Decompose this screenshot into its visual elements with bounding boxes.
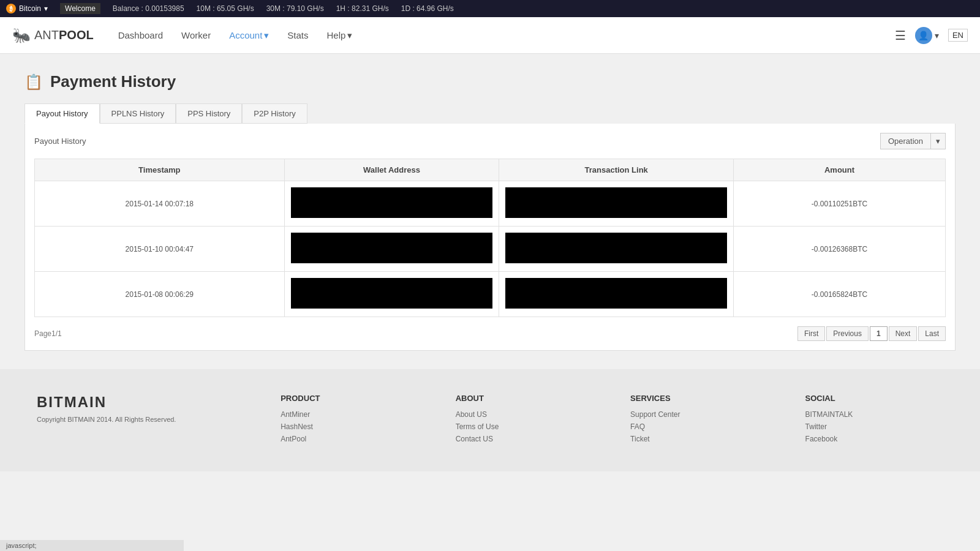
footer-services: SERVICES Support CenterFAQTicket — [630, 394, 768, 447]
logo-pool: POOL — [59, 28, 94, 42]
tx-redacted-block — [505, 233, 727, 263]
operation-button[interactable]: Operation ▾ — [880, 133, 946, 149]
cell-transaction — [499, 227, 734, 272]
table-row: 2015-01-10 00:04:47-0.00126368BTC — [35, 227, 946, 272]
pagination-row: Page1/1 First Previous 1 Next Last — [34, 326, 946, 341]
tx-redacted-block — [505, 278, 727, 309]
top-bar: ₿ Bitcoin ▾ Welcome Balance : 0.00153985… — [0, 0, 980, 17]
pagination-buttons: First Previous 1 Next Last — [797, 326, 946, 341]
help-dropdown-icon: ▾ — [347, 30, 352, 41]
wallet-redacted-block — [291, 233, 493, 263]
footer-link[interactable]: Contact US — [456, 435, 594, 443]
nav-worker[interactable]: Worker — [181, 30, 211, 40]
nav-right: ☰ 👤 ▾ EN — [895, 27, 968, 44]
footer-copyright: Copyright BITMAIN 2014. All Rights Reser… — [37, 416, 244, 423]
payout-table: Timestamp Wallet Address Transaction Lin… — [34, 159, 946, 317]
stat-1d: 1D : 64.96 GH/s — [401, 4, 454, 13]
cell-wallet — [284, 227, 499, 272]
cell-timestamp: 2015-01-14 00:07:18 — [35, 181, 285, 227]
col-wallet-address: Wallet Address — [284, 159, 499, 181]
footer-link[interactable]: Support Center — [630, 410, 768, 419]
page-info: Page1/1 — [34, 329, 62, 338]
stat-10m: 10M : 65.05 GH/s — [197, 4, 254, 13]
cell-amount: -0.00126368BTC — [733, 227, 945, 272]
footer-link[interactable]: Terms of Use — [456, 422, 594, 431]
operation-dropdown-icon[interactable]: ▾ — [931, 133, 946, 149]
user-dropdown-icon: ▾ — [935, 31, 939, 40]
user-menu[interactable]: 👤 ▾ — [915, 27, 939, 44]
tab-pplns-history[interactable]: PPLNS History — [100, 103, 176, 124]
next-page-button[interactable]: Next — [889, 326, 918, 341]
footer-link[interactable]: AntMiner — [281, 410, 418, 419]
footer-link[interactable]: FAQ — [630, 422, 768, 431]
cell-amount: -0.00165824BTC — [733, 272, 945, 317]
tab-p2p-history[interactable]: P2P History — [242, 103, 307, 124]
language-selector[interactable]: EN — [948, 29, 968, 42]
bitcoin-selector[interactable]: ₿ Bitcoin ▾ — [6, 4, 48, 13]
page-title-bar: 📋 Payment History — [24, 72, 956, 91]
welcome-label: Welcome — [60, 3, 100, 14]
cell-timestamp: 2015-01-08 00:06:29 — [35, 272, 285, 317]
stat-30m: 30M : 79.10 GH/s — [266, 4, 324, 13]
col-transaction-link: Transaction Link — [499, 159, 734, 181]
wallet-redacted-block — [291, 187, 493, 218]
bitcoin-icon: ₿ — [6, 4, 16, 13]
footer-brand: BITMAIN Copyright BITMAIN 2014. All Righ… — [37, 394, 244, 423]
logo-text: ANTPOOL — [34, 28, 94, 42]
table-row: 2015-01-14 00:07:18-0.00110251BTC — [35, 181, 946, 227]
footer-link[interactable]: Twitter — [805, 422, 943, 431]
table-section-label: Payout History — [34, 137, 86, 146]
bitcoin-label: Bitcoin — [19, 4, 41, 13]
logo-icon: 🐜 — [12, 27, 31, 44]
payment-history-icon: 📋 — [24, 73, 43, 91]
nav-help[interactable]: Help ▾ — [327, 30, 353, 41]
footer-services-title: SERVICES — [630, 394, 768, 403]
table-header: Timestamp Wallet Address Transaction Lin… — [35, 159, 946, 181]
stat-1h: 1H : 82.31 GH/s — [336, 4, 389, 13]
page-title: Payment History — [50, 72, 176, 91]
footer: BITMAIN Copyright BITMAIN 2014. All Righ… — [0, 369, 980, 471]
nav-account[interactable]: Account ▾ — [229, 30, 269, 41]
main-nav: 🐜 ANTPOOL Dashboard Worker Account ▾ Sta… — [0, 17, 980, 54]
wallet-redacted-block — [291, 278, 493, 309]
footer-brand-name: BITMAIN — [37, 394, 244, 411]
footer-product-title: PRODUCT — [281, 394, 418, 403]
previous-page-button[interactable]: Previous — [826, 326, 869, 341]
list-icon[interactable]: ☰ — [895, 28, 906, 43]
col-timestamp: Timestamp — [35, 159, 285, 181]
footer-link[interactable]: Ticket — [630, 435, 768, 443]
bitcoin-dropdown-icon: ▾ — [44, 4, 48, 13]
main-content: 📋 Payment History Payout History PPLNS H… — [0, 54, 980, 369]
nav-dashboard[interactable]: Dashboard — [118, 30, 163, 40]
operation-label: Operation — [880, 133, 931, 149]
nav-stats[interactable]: Stats — [287, 30, 308, 40]
footer-link[interactable]: HashNest — [281, 422, 418, 431]
footer-link[interactable]: Facebook — [805, 435, 943, 443]
footer-social: SOCIAL BITMAINTALKTwitterFacebook — [805, 394, 943, 447]
footer-link[interactable]: BITMAINTALK — [805, 410, 943, 419]
nav-links: Dashboard Worker Account ▾ Stats Help ▾ — [118, 30, 895, 41]
footer-link[interactable]: About US — [456, 410, 594, 419]
cell-amount: -0.00110251BTC — [733, 181, 945, 227]
footer-about: ABOUT About USTerms of UseContact US — [456, 394, 594, 447]
col-amount: Amount — [733, 159, 945, 181]
history-tabs: Payout History PPLNS History PPS History… — [24, 103, 956, 124]
footer-about-title: ABOUT — [456, 394, 594, 403]
cell-transaction — [499, 181, 734, 227]
account-dropdown-icon: ▾ — [264, 30, 269, 41]
table-row: 2015-01-08 00:06:29-0.00165824BTC — [35, 272, 946, 317]
table-container: Payout History Operation ▾ Timestamp Wal… — [24, 124, 956, 351]
logo-ant: ANT — [34, 28, 59, 42]
balance-stat: Balance : 0.00153985 — [113, 4, 184, 13]
cell-timestamp: 2015-01-10 00:04:47 — [35, 227, 285, 272]
footer-link[interactable]: AntPool — [281, 435, 418, 443]
current-page-button[interactable]: 1 — [870, 326, 888, 341]
tab-payout-history[interactable]: Payout History — [24, 103, 100, 124]
cell-wallet — [284, 272, 499, 317]
logo[interactable]: 🐜 ANTPOOL — [12, 27, 94, 44]
last-page-button[interactable]: Last — [918, 326, 946, 341]
footer-social-title: SOCIAL — [805, 394, 943, 403]
first-page-button[interactable]: First — [797, 326, 825, 341]
tab-pps-history[interactable]: PPS History — [176, 103, 242, 124]
user-avatar-icon: 👤 — [915, 27, 932, 44]
